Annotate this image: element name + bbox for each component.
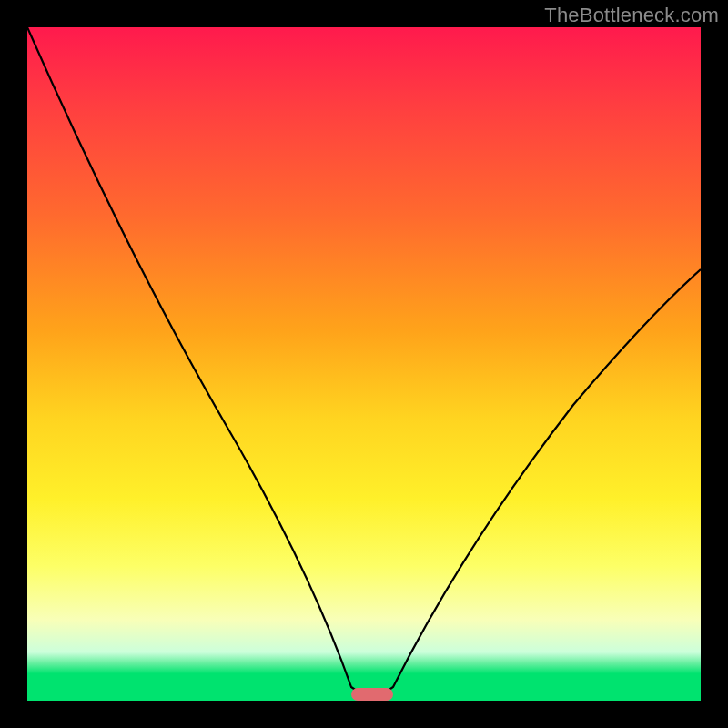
curve-right-branch [373, 269, 701, 701]
curve-left-branch [27, 27, 371, 701]
chart-frame: TheBottleneck.com [0, 0, 728, 728]
watermark-text: TheBottleneck.com [544, 4, 719, 27]
optimum-marker [351, 688, 393, 701]
chart-plot-area [27, 27, 701, 701]
chart-curve [27, 27, 701, 701]
